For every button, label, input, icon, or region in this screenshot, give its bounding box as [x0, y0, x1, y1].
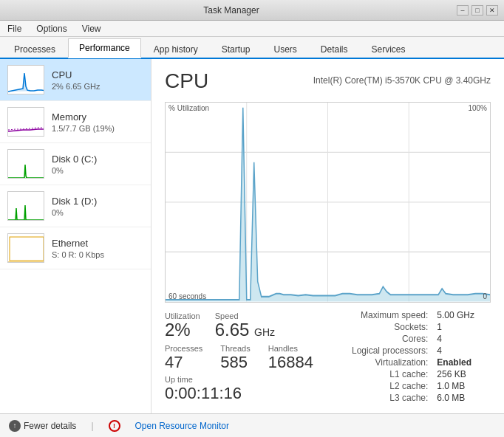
detail-header: CPU Intel(R) Core(TM) i5-3570K CPU @ 3.4…: [165, 69, 491, 93]
menu-options[interactable]: Options: [33, 23, 69, 35]
fewer-details-icon: ↑: [9, 420, 21, 432]
sidebar-item-memory[interactable]: Memory 1.5/7.7 GB (19%): [0, 101, 151, 143]
sidebar-item-disk0[interactable]: Disk 0 (C:) 0%: [0, 143, 151, 185]
sockets-value: 1: [437, 322, 491, 332]
utilization-speed-row: Utilization 2% Speed 6.65 GHz: [165, 312, 336, 340]
tab-startup[interactable]: Startup: [211, 40, 262, 58]
max-speed-label: Maximum speed:: [336, 310, 428, 320]
chart-utilization-label: % Utilization: [168, 104, 209, 112]
max-speed-value: 5.00 GHz: [437, 310, 491, 320]
disk0-sidebar-info: Disk 0 (C:) 0%: [52, 154, 143, 175]
chart-time-label: 60 seconds: [168, 292, 206, 300]
menu-file[interactable]: File: [4, 23, 24, 35]
uptime-section: Up time 0:00:11:16: [165, 375, 336, 403]
ethernet-detail: S: 0 R: 0 Kbps: [52, 250, 143, 259]
disk0-name: Disk 0 (C:): [52, 154, 143, 165]
disk0-thumbnail: [7, 149, 44, 179]
sidebar-item-ethernet[interactable]: Ethernet S: 0 R: 0 Kbps: [0, 227, 151, 269]
tab-processes[interactable]: Processes: [3, 40, 67, 58]
speed-block: Speed 6.65 GHz: [215, 312, 275, 340]
open-resource-monitor-link[interactable]: Open Resource Monitor: [135, 421, 229, 431]
sidebar: CPU 2% 6.65 GHz Memory 1.5/7.7 GB (19%): [0, 59, 151, 413]
l3cache-value: 6.0 MB: [437, 393, 491, 403]
ethernet-name: Ethernet: [52, 238, 143, 249]
threads-block: Threads 585: [220, 344, 250, 372]
l2cache-label: L2 cache:: [336, 381, 428, 391]
disk1-detail: 0%: [52, 208, 143, 217]
svg-rect-4: [8, 234, 44, 263]
l1cache-value: 256 KB: [437, 369, 491, 379]
left-stats: Utilization 2% Speed 6.65 GHz Processes: [165, 309, 336, 403]
fewer-details-label: Fewer details: [24, 421, 76, 431]
utilization-label: Utilization: [165, 312, 200, 320]
tab-services[interactable]: Services: [361, 40, 417, 58]
cpu-name: CPU: [52, 69, 143, 80]
sidebar-item-disk1[interactable]: Disk 1 (D:) 0%: [0, 185, 151, 227]
tab-users[interactable]: Users: [262, 40, 307, 58]
memory-sidebar-info: Memory 1.5/7.7 GB (19%): [52, 111, 143, 133]
cores-label: Cores:: [336, 334, 428, 344]
tab-performance[interactable]: Performance: [68, 38, 141, 58]
disk1-thumbnail: [7, 191, 44, 221]
disk1-name: Disk 1 (D:): [52, 196, 143, 207]
svg-rect-1: [8, 108, 44, 137]
right-stats: Maximum speed: 5.00 GHz Sockets: 1 Cores…: [336, 310, 491, 403]
bottom-bar: ↑ Fewer details | ! Open Resource Monito…: [0, 413, 504, 437]
disk0-detail: 0%: [52, 166, 143, 175]
ethernet-sidebar-info: Ethernet S: 0 R: 0 Kbps: [52, 238, 143, 259]
handles-label: Handles: [268, 344, 313, 353]
handles-value: 16884: [268, 353, 313, 372]
memory-thumbnail: [7, 107, 44, 137]
handles-block: Handles 16884: [268, 344, 313, 372]
utilization-block: Utilization 2%: [165, 312, 200, 340]
uptime-label: Up time: [165, 375, 336, 384]
virtualization-value: Enabled: [437, 357, 491, 368]
virtualization-label: Virtualization:: [336, 357, 428, 368]
tab-app-history[interactable]: App history: [143, 40, 209, 58]
chart-pct-label: 100%: [468, 104, 487, 112]
processes-row: Processes 47 Threads 585 Handles 16884: [165, 344, 336, 372]
menu-view[interactable]: View: [79, 23, 104, 35]
cpu-chart: % Utilization 100% 60 seconds 0: [165, 102, 491, 303]
main-content: CPU 2% 6.65 GHz Memory 1.5/7.7 GB (19%): [0, 59, 504, 413]
menu-bar: File Options View: [0, 21, 504, 37]
close-button[interactable]: ✕: [486, 5, 498, 16]
cpu-sidebar-info: CPU 2% 6.65 GHz: [52, 69, 143, 91]
cpu-thumbnail: [7, 65, 44, 94]
threads-value: 585: [220, 353, 250, 372]
detail-panel: CPU Intel(R) Core(TM) i5-3570K CPU @ 3.4…: [151, 59, 504, 413]
processes-value: 47: [165, 353, 202, 372]
utilization-value: 2%: [165, 320, 200, 340]
l2cache-value: 1.0 MB: [437, 381, 491, 391]
resource-monitor-icon: !: [109, 420, 120, 432]
restore-button[interactable]: □: [471, 5, 483, 16]
separator: |: [91, 421, 93, 431]
logical-proc-label: Logical processors:: [336, 345, 428, 356]
fewer-details-button[interactable]: ↑ Fewer details: [9, 420, 76, 432]
cpu-detail: 2% 6.65 GHz: [52, 82, 143, 91]
tab-details[interactable]: Details: [310, 40, 359, 58]
threads-label: Threads: [220, 344, 250, 353]
memory-detail: 1.5/7.7 GB (19%): [52, 124, 143, 133]
memory-name: Memory: [52, 111, 143, 123]
detail-title: CPU: [165, 69, 208, 93]
processes-label: Processes: [165, 344, 202, 353]
chart-zero-label: 0: [483, 292, 487, 300]
ethernet-thumbnail: [7, 233, 44, 263]
sockets-label: Sockets:: [336, 322, 428, 332]
l1cache-label: L1 cache:: [336, 369, 428, 379]
sidebar-item-cpu[interactable]: CPU 2% 6.65 GHz: [0, 59, 151, 101]
processes-block: Processes 47: [165, 344, 202, 372]
stats-section: Utilization 2% Speed 6.65 GHz Processes: [165, 309, 491, 403]
speed-value: 6.65 GHz: [215, 320, 275, 340]
title-bar: Task Manager – □ ✕: [0, 0, 504, 21]
l3cache-label: L3 cache:: [336, 393, 428, 403]
cores-value: 4: [437, 334, 491, 344]
uptime-value: 0:00:11:16: [165, 384, 336, 403]
tabs-bar: Processes Performance App history Startu…: [0, 37, 504, 59]
title-bar-title: Task Manager: [6, 5, 457, 16]
detail-subtitle: Intel(R) Core(TM) i5-3570K CPU @ 3.40GHz: [313, 75, 491, 86]
disk1-sidebar-info: Disk 1 (D:) 0%: [52, 196, 143, 217]
minimize-button[interactable]: –: [457, 5, 469, 16]
logical-proc-value: 4: [437, 345, 491, 356]
